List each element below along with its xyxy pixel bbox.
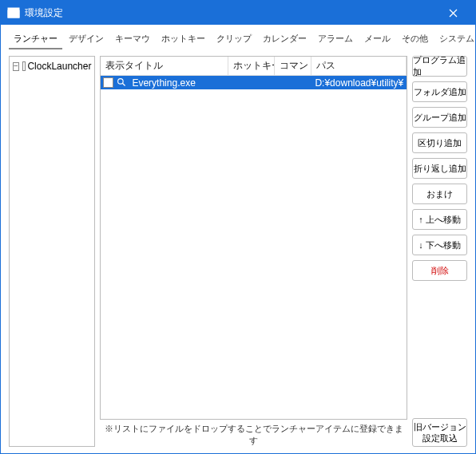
topbar: ランチャー デザイン キーマウ ホットキー クリップ カレンダー アラーム メー… <box>1 25 475 53</box>
tree-root-label: ClockLauncher <box>27 61 91 72</box>
move-up-button[interactable]: ↑ 上へ移動 <box>412 209 467 230</box>
side-buttons: プログラム追加 フォルダ追加 グループ追加 区切り追加 折り返し追加 おまけ ↑… <box>412 56 467 447</box>
add-group-button[interactable]: グループ追加 <box>412 107 467 128</box>
list-view[interactable]: 表示タイトル ホットキー コマンド パス Everything.exe D <box>100 56 407 420</box>
list-body[interactable]: Everything.exe D:¥download¥utility¥ <box>101 76 407 419</box>
tab-clip[interactable]: クリップ <box>212 30 256 49</box>
tree-panel[interactable]: − ClockLauncher <box>9 56 95 447</box>
folder-icon <box>22 61 26 71</box>
tab-alarm[interactable]: アラーム <box>313 30 358 49</box>
add-wrap-button[interactable]: 折り返し追加 <box>412 158 467 179</box>
add-folder-button[interactable]: フォルダ追加 <box>412 81 467 102</box>
col-path[interactable]: パス <box>311 57 407 75</box>
tab-other[interactable]: その他 <box>397 30 433 49</box>
tab-hotkey[interactable]: ホットキー <box>157 30 210 49</box>
move-down-button[interactable]: ↓ 下へ移動 <box>412 235 467 255</box>
col-cmd[interactable]: コマンド <box>275 57 311 75</box>
tab-launcher[interactable]: ランチャー <box>9 30 62 49</box>
svg-line-6 <box>122 83 125 85</box>
magnifier-icon <box>116 77 127 89</box>
tree-root-item[interactable]: − ClockLauncher <box>11 60 93 73</box>
tab-system[interactable]: システム <box>434 30 476 49</box>
window-title: 環境設定 <box>25 6 437 20</box>
tab-mail[interactable]: メール <box>359 30 395 49</box>
titlebar: 環境設定 <box>1 1 475 25</box>
window-close-button[interactable] <box>437 1 469 25</box>
settings-window: 環境設定 ランチャー デザイン キーマウ ホットキー クリップ カレンダー アラ… <box>0 0 476 454</box>
row-checkbox[interactable] <box>103 77 113 88</box>
spacer <box>412 286 467 413</box>
list-row[interactable]: Everything.exe D:¥download¥utility¥ <box>101 76 407 89</box>
app-icon <box>7 6 20 19</box>
row-title: Everything.exe <box>129 77 228 89</box>
svg-point-5 <box>118 79 124 85</box>
col-title[interactable]: 表示タイトル <box>101 57 228 75</box>
add-program-button[interactable]: プログラム追加 <box>412 56 467 77</box>
list-header: 表示タイトル ホットキー コマンド パス <box>101 57 407 76</box>
tab-keymouse[interactable]: キーマウ <box>110 30 155 49</box>
tab-calendar[interactable]: カレンダー <box>258 30 311 49</box>
col-hotkey[interactable]: ホットキー <box>228 57 275 75</box>
legacy-import-button[interactable]: 旧バージョン 設定取込 <box>412 418 467 447</box>
add-separator-button[interactable]: 区切り追加 <box>412 132 467 153</box>
delete-button[interactable]: 削除 <box>412 260 467 281</box>
tab-strip: ランチャー デザイン キーマウ ホットキー クリップ カレンダー アラーム メー… <box>9 30 476 49</box>
drop-hint: ※リストにファイルをドロップすることでランチャーアイテムに登録できます <box>100 420 407 447</box>
row-path: D:¥download¥utility¥ <box>311 77 407 89</box>
tab-design[interactable]: デザイン <box>64 30 109 49</box>
center-panel: 表示タイトル ホットキー コマンド パス Everything.exe D <box>100 56 407 447</box>
tree-collapse-icon[interactable]: − <box>13 62 19 71</box>
content-area: − ClockLauncher 表示タイトル ホットキー コマンド パス <box>1 53 475 453</box>
bonus-button[interactable]: おまけ <box>412 184 467 204</box>
